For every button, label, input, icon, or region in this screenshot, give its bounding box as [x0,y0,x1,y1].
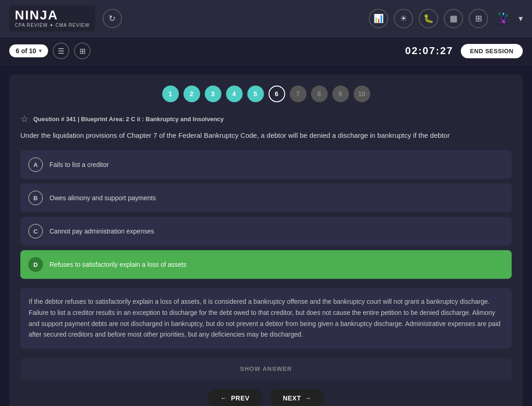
option-a-text: Fails to list a creditor [49,161,109,168]
next-label: NEXT [283,394,301,402]
option-c-label: C [28,224,43,239]
dot-5[interactable]: 5 [247,86,264,102]
next-arrow-icon: → [305,394,312,402]
toolbar: 6 of 10 ▾ ☰ ⊞ 02:07:27 END SESSION [0,37,532,65]
bug-button[interactable]: 🐛 [419,9,438,28]
option-a-label: A [28,157,43,172]
option-b[interactable]: B Owes alimony and support payments [20,184,512,212]
dot-1[interactable]: 1 [162,86,179,102]
grid-small-button[interactable]: ▦ [444,9,463,28]
list-view-button[interactable]: ☰ [53,43,69,59]
prev-arrow-icon: ← [220,394,227,402]
option-c[interactable]: C Cannot pay administration expenses [20,217,512,246]
dot-10[interactable]: 10 [354,86,370,102]
option-d-text: Refuses to satisfactorily explain a loss… [49,261,186,268]
option-b-label: B [28,191,43,205]
prev-label: PREV [231,394,250,402]
option-b-text: Owes alimony and support payments [49,194,156,202]
end-session-button[interactable]: END SESSION [461,44,523,58]
option-c-text: Cannot pay administration expenses [49,228,154,235]
refresh-button[interactable]: ↻ [103,9,122,28]
dot-6[interactable]: 6 [269,86,285,102]
prev-button[interactable]: ← PREV [208,389,263,406]
main-content: 1 2 3 4 5 6 7 8 9 10 ☆ Question # 341 | … [0,65,532,406]
chevron-down-button[interactable]: ▾ [519,13,523,24]
option-d[interactable]: D Refuses to satisfactorily explain a lo… [20,250,512,279]
grid-view-button[interactable]: ⊞ [74,43,91,59]
question-card: 1 2 3 4 5 6 7 8 9 10 ☆ Question # 341 | … [9,74,523,406]
bookmark-button[interactable]: ☆ [20,113,29,124]
question-meta-label: Question # 341 | Blueprint Area: 2 C ii … [33,116,224,123]
progress-dots: 1 2 3 4 5 6 7 8 9 10 [20,86,512,102]
option-a[interactable]: A Fails to list a creditor [20,150,512,179]
dot-7[interactable]: 7 [290,86,306,102]
show-answer-button[interactable]: SHOW ANSWER [20,358,512,380]
question-counter-label: 6 of 10 [16,47,36,55]
header: NINJA CPA REVIEW ✦ CMA REVIEW ↻ 📊 ☀ 🐛 ▦ … [0,0,532,37]
answer-options: A Fails to list a creditor B Owes alimon… [20,150,512,279]
grid-large-button[interactable]: ⊞ [469,9,488,28]
dot-3[interactable]: 3 [205,86,221,102]
sun-button[interactable]: ☀ [394,9,413,28]
dot-2[interactable]: 2 [183,86,200,102]
toolbar-right: 02:07:27 END SESSION [405,44,523,58]
logo-text: NINJA [15,9,90,22]
navigation-buttons: ← PREV NEXT → [20,389,512,406]
dot-8[interactable]: 8 [311,86,328,102]
next-button[interactable]: NEXT → [270,389,324,406]
counter-chevron-icon: ▾ [39,48,42,54]
question-counter[interactable]: 6 of 10 ▾ [9,44,48,57]
header-left: NINJA CPA REVIEW ✦ CMA REVIEW ↻ [9,5,122,31]
logo: NINJA CPA REVIEW ✦ CMA REVIEW [9,5,95,31]
dot-4[interactable]: 4 [226,86,243,102]
option-d-label: D [28,257,43,272]
logo-sub: CPA REVIEW ✦ CMA REVIEW [15,23,90,28]
bar-chart-button[interactable]: 📊 [369,9,388,28]
header-right: 📊 ☀ 🐛 ▦ ⊞ 🦹 ▾ [369,9,523,28]
avatar-button[interactable]: 🦹 [494,9,513,28]
dot-9[interactable]: 9 [332,86,349,102]
question-text: Under the liquidation provisions of Chap… [20,130,512,141]
question-meta: ☆ Question # 341 | Blueprint Area: 2 C i… [20,113,512,124]
explanation-text: If the debtor refuses to satisfactorily … [20,288,512,349]
toolbar-left: 6 of 10 ▾ ☰ ⊞ [9,43,91,59]
timer-display: 02:07:27 [405,45,453,57]
